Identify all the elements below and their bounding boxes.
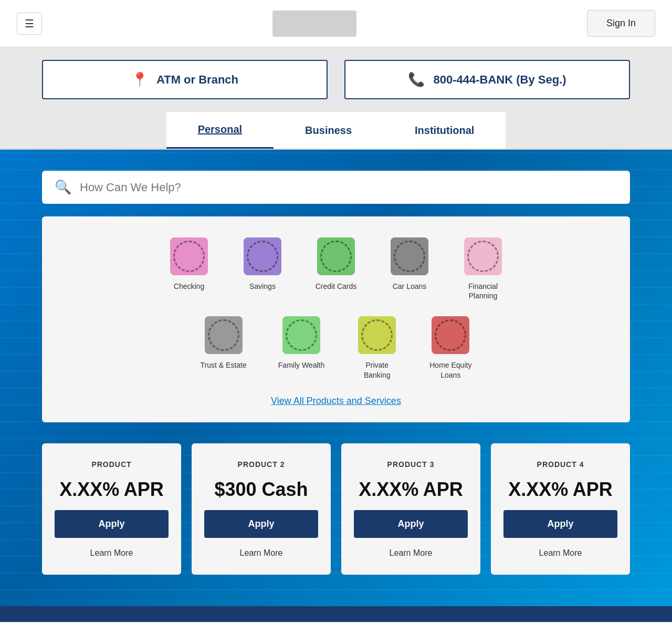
product-3-label: PRODUCT 3 xyxy=(387,460,435,469)
icons-row-1: Checking Savings Credit Cards Car Loans … xyxy=(52,237,620,300)
logo xyxy=(272,11,356,37)
family-wealth-label: Family Wealth xyxy=(278,360,324,370)
header: ☰ Sign In xyxy=(0,0,672,47)
trust-estate-icon xyxy=(205,316,243,354)
search-bar: 🔍 xyxy=(42,171,630,204)
checking-label: Checking xyxy=(174,282,204,291)
atm-branch-label: ATM or Branch xyxy=(156,73,238,87)
private-banking-icon xyxy=(358,316,396,354)
location-icon: 📍 xyxy=(131,71,148,88)
phone-icon: 📞 xyxy=(408,71,425,88)
product-1-apply-button[interactable]: Apply xyxy=(55,510,169,538)
family-wealth-icon xyxy=(282,316,320,354)
product-2-label: PRODUCT 2 xyxy=(238,460,285,469)
product-3-value: X.XX% APR xyxy=(359,479,463,500)
product-card-4: PRODUCT 4 X.XX% APR Apply Learn More xyxy=(491,443,630,575)
phone-label: 800-444-BANK (By Seg.) xyxy=(433,73,566,87)
trust-estate-label: Trust & Estate xyxy=(201,360,247,370)
view-all-link[interactable]: View All Products and Services xyxy=(52,396,620,407)
icon-item-family-wealth[interactable]: Family Wealth xyxy=(278,316,324,379)
product-1-learn-more[interactable]: Learn More xyxy=(90,548,133,558)
home-equity-label: Home EquityLoans xyxy=(429,360,471,379)
bottom-bar xyxy=(0,606,672,622)
product-card-1: PRODUCT X.XX% APR Apply Learn More xyxy=(42,443,181,575)
icons-row-2: Trust & Estate Family Wealth PrivateBank… xyxy=(52,316,620,379)
icon-item-car-loans[interactable]: Car Loans xyxy=(388,237,430,300)
financial-planning-label: FinancialPlanning xyxy=(468,282,498,300)
tab-personal[interactable]: Personal xyxy=(166,112,274,149)
icon-item-checking[interactable]: Checking xyxy=(168,237,210,300)
blue-section: 🔍 Checking Savings Credit Cards Car Loan… xyxy=(0,150,672,606)
hamburger-button[interactable]: ☰ xyxy=(17,13,42,35)
credit-cards-label: Credit Cards xyxy=(316,282,357,291)
private-banking-label: PrivateBanking xyxy=(364,360,391,379)
icon-item-home-equity[interactable]: Home EquityLoans xyxy=(429,316,471,379)
checking-icon xyxy=(170,237,208,275)
product-3-apply-button[interactable]: Apply xyxy=(354,510,468,538)
nav-tabs: Personal Business Institutional xyxy=(0,112,672,150)
nav-tabs-inner: Personal Business Institutional xyxy=(166,112,506,149)
icon-item-credit-cards[interactable]: Credit Cards xyxy=(315,237,357,300)
tab-business[interactable]: Business xyxy=(274,112,383,149)
product-4-value: X.XX% APR xyxy=(508,479,613,500)
sign-in-button[interactable]: Sign In xyxy=(587,10,655,37)
icon-item-savings[interactable]: Savings xyxy=(242,237,284,300)
product-4-apply-button[interactable]: Apply xyxy=(503,510,617,538)
car-loans-label: Car Loans xyxy=(393,282,427,291)
car-loans-icon xyxy=(391,237,428,275)
credit-cards-icon xyxy=(317,237,355,275)
product-1-label: PRODUCT xyxy=(91,460,131,469)
financial-planning-icon xyxy=(464,237,502,275)
products-card: Checking Savings Credit Cards Car Loans … xyxy=(42,216,630,422)
search-icon: 🔍 xyxy=(55,179,71,195)
product-4-label: PRODUCT 4 xyxy=(537,460,584,469)
product-cards-row: PRODUCT X.XX% APR Apply Learn More PRODU… xyxy=(42,443,630,575)
tab-institutional[interactable]: Institutional xyxy=(383,112,506,149)
icon-item-trust-estate[interactable]: Trust & Estate xyxy=(201,316,247,379)
product-2-apply-button[interactable]: Apply xyxy=(204,510,318,538)
product-2-value: $300 Cash xyxy=(214,479,308,500)
search-input[interactable] xyxy=(80,181,617,194)
product-2-learn-more[interactable]: Learn More xyxy=(240,548,283,558)
icon-item-financial-planning[interactable]: FinancialPlanning xyxy=(462,237,504,300)
phone-button[interactable]: 📞 800-444-BANK (By Seg.) xyxy=(344,60,630,99)
product-1-value: X.XX% APR xyxy=(59,479,164,500)
savings-icon xyxy=(244,237,281,275)
product-4-learn-more[interactable]: Learn More xyxy=(539,548,582,558)
product-card-3: PRODUCT 3 X.XX% APR Apply Learn More xyxy=(341,443,480,575)
home-equity-icon xyxy=(432,316,469,354)
atm-branch-button[interactable]: 📍 ATM or Branch xyxy=(42,60,328,99)
savings-label: Savings xyxy=(249,282,276,291)
product-card-2: PRODUCT 2 $300 Cash Apply Learn More xyxy=(192,443,331,575)
icon-item-private-banking[interactable]: PrivateBanking xyxy=(356,316,398,379)
product-3-learn-more[interactable]: Learn More xyxy=(390,548,433,558)
hamburger-icon: ☰ xyxy=(25,18,34,29)
contact-bar: 📍 ATM or Branch 📞 800-444-BANK (By Seg.) xyxy=(0,47,672,112)
